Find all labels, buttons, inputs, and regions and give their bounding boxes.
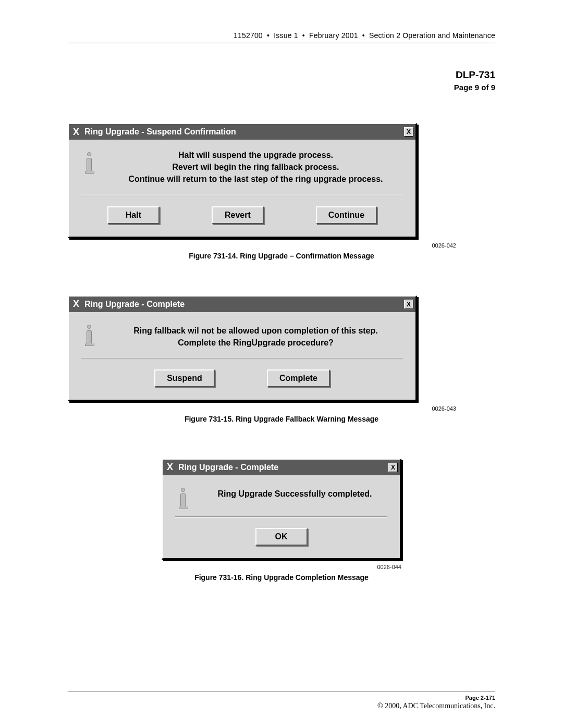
info-icon (81, 322, 97, 344)
dialog-title: Ring Upgrade - Complete (84, 300, 404, 309)
dialog-titlebar: X Ring Upgrade - Suspend Confirmation X (69, 124, 415, 140)
bullet: • (300, 31, 307, 40)
dialog-titlebar: X Ring Upgrade - Complete X (69, 297, 415, 312)
dialog-title: Ring Upgrade - Complete (178, 463, 388, 472)
page-content: 1152700 • Issue 1 • February 2001 • Sect… (68, 31, 495, 582)
button-row: Halt Revert Continue (81, 206, 403, 224)
footer-page: Page 2-171 (68, 695, 495, 701)
msg-line: Revert wil begin the ring fallback proce… (108, 161, 403, 173)
page-footer: Page 2-171 © 2000, ADC Telecommunication… (68, 691, 495, 710)
dialog-message: Ring fallback wil not be allowed upon co… (108, 322, 403, 349)
dialog-body: Ring Upgrade Successfully completed. OK (163, 475, 400, 558)
dialog-message: Ring Upgrade Successfully completed. (202, 485, 387, 500)
dialog-body: Halt will suspend the upgrade process. R… (69, 140, 415, 237)
dlp-code: DLP-731 (68, 69, 495, 81)
system-menu-icon[interactable]: X (73, 127, 79, 138)
bullet: • (360, 31, 367, 40)
divider (175, 516, 387, 517)
footer-copyright: © 2000, ADC Telecommunications, Inc. (68, 702, 495, 710)
suspend-button[interactable]: Suspend (154, 369, 215, 387)
ok-button[interactable]: OK (255, 528, 308, 546)
figure-caption: Figure 731-15. Ring Upgrade Fallback War… (68, 415, 495, 423)
button-row: OK (175, 528, 387, 546)
halt-button[interactable]: Halt (107, 206, 160, 224)
date: February 2001 (309, 31, 358, 40)
button-row: Suspend Complete (81, 369, 403, 387)
close-icon[interactable]: X (388, 463, 398, 472)
completion-dialog: X Ring Upgrade - Complete X Ring Upgrade… (162, 459, 401, 560)
figure-id: 0026-044 (162, 564, 401, 570)
suspend-confirmation-dialog: X Ring Upgrade - Suspend Confirmation X … (68, 123, 417, 238)
info-icon (81, 149, 97, 171)
bullet: • (265, 31, 272, 40)
msg-line: Ring fallback wil not be allowed upon co… (108, 325, 403, 337)
msg-line: Continue will return to the last step of… (108, 173, 403, 185)
revert-button[interactable]: Revert (212, 206, 264, 224)
page-of: Page 9 of 9 (68, 83, 495, 92)
figure-id: 0026-043 (107, 405, 456, 412)
section: Section 2 Operation and Maintenance (369, 31, 495, 40)
figure-731-16: X Ring Upgrade - Complete X Ring Upgrade… (162, 459, 401, 560)
msg-line: Halt will suspend the upgrade process. (108, 149, 403, 161)
complete-warning-dialog: X Ring Upgrade - Complete X Ring fallbac… (68, 295, 417, 401)
system-menu-icon[interactable]: X (167, 462, 173, 473)
dialog-body: Ring fallback wil not be allowed upon co… (69, 312, 415, 400)
dialog-message: Halt will suspend the upgrade process. R… (108, 149, 403, 186)
figure-caption: Figure 731-16. Ring Upgrade Completion M… (68, 573, 495, 582)
complete-button[interactable]: Complete (267, 369, 330, 387)
dialog-titlebar: X Ring Upgrade - Complete X (163, 460, 400, 475)
msg-line: Complete the RingUpgrade procedure? (108, 337, 403, 349)
dialog-title: Ring Upgrade - Suspend Confirmation (84, 127, 404, 137)
figure-caption: Figure 731-14. Ring Upgrade – Confirmati… (68, 252, 495, 260)
close-icon[interactable]: X (404, 127, 413, 137)
figure-id: 0026-042 (107, 242, 456, 249)
issue: Issue 1 (274, 31, 298, 40)
figure-731-14: X Ring Upgrade - Suspend Confirmation X … (68, 123, 495, 238)
divider (81, 358, 403, 359)
system-menu-icon[interactable]: X (73, 299, 79, 310)
doc-id: 1152700 (234, 31, 263, 40)
divider (81, 195, 403, 196)
info-icon (175, 485, 191, 507)
close-icon[interactable]: X (404, 300, 413, 309)
msg-line: Ring Upgrade Successfully completed. (202, 488, 387, 500)
title-block: DLP-731 Page 9 of 9 (68, 69, 495, 92)
continue-button[interactable]: Continue (316, 206, 377, 224)
running-header: 1152700 • Issue 1 • February 2001 • Sect… (68, 31, 495, 43)
figure-731-15: X Ring Upgrade - Complete X Ring fallbac… (68, 295, 495, 401)
